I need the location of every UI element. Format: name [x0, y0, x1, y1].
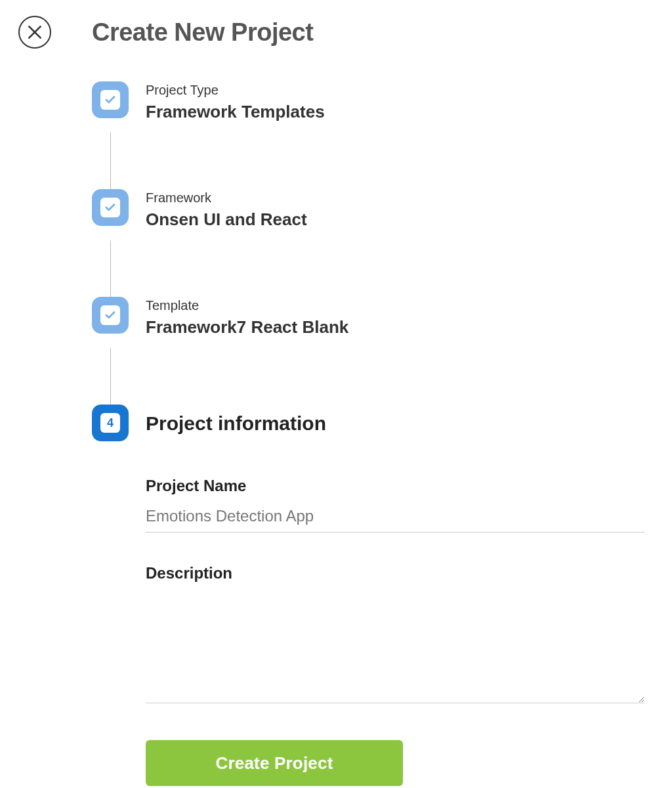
step-number: 4: [107, 416, 114, 430]
active-step-title: Project information: [146, 412, 326, 435]
project-name-label: Project Name: [146, 477, 646, 495]
steps-container: Project Type Framework Templates Framewo…: [92, 81, 646, 786]
page-title: Create New Project: [92, 18, 313, 47]
description-label: Description: [146, 564, 646, 582]
step-value: Onsen UI and React: [146, 209, 307, 230]
step-value: Framework7 React Blank: [146, 317, 348, 338]
step-badge-active: 4: [92, 405, 129, 441]
step-badge-done: [92, 189, 129, 226]
check-icon: [104, 202, 116, 213]
description-textarea[interactable]: [146, 592, 644, 703]
step-badge-done: [92, 297, 129, 334]
step-value: Framework Templates: [146, 102, 325, 122]
close-button[interactable]: [18, 16, 51, 49]
step-template[interactable]: Template Framework7 React Blank: [92, 297, 646, 338]
step-connector: [110, 240, 111, 297]
step-framework[interactable]: Framework Onsen UI and React: [92, 189, 646, 230]
step-connector: [110, 348, 111, 405]
project-name-input[interactable]: [146, 504, 644, 533]
step-badge-done: [92, 81, 129, 118]
check-icon: [104, 309, 116, 321]
check-icon: [104, 94, 116, 106]
step-label: Template: [146, 298, 348, 313]
step-label: Project Type: [146, 83, 325, 98]
create-project-button[interactable]: Create Project: [146, 740, 403, 786]
project-info-form: Project Name Description Create Project: [146, 477, 646, 786]
step-project-information: 4 Project information: [92, 405, 646, 441]
step-label: Framework: [146, 190, 307, 206]
step-project-type[interactable]: Project Type Framework Templates: [92, 81, 646, 122]
close-icon: [26, 24, 43, 41]
step-connector: [110, 133, 111, 189]
